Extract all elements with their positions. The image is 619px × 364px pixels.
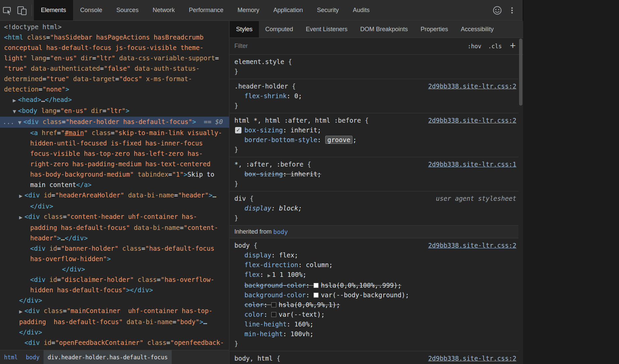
- breadcrumb-item[interactable]: html: [0, 350, 22, 364]
- shorthand-expand-icon[interactable]: ▶: [268, 273, 271, 278]
- tree-arrow-icon[interactable]: ▶: [19, 306, 24, 317]
- dom-tree-row[interactable]: ▶<div class="mainContainer uhf-container…: [0, 306, 229, 317]
- inherited-node-link[interactable]: body: [273, 227, 288, 237]
- rule-selector[interactable]: element.style {: [234, 57, 516, 67]
- inspect-icon[interactable]: [0, 0, 15, 20]
- sidebar-tab-computed[interactable]: Computed: [259, 21, 299, 38]
- css-property[interactable]: background-color: var(--body-background)…: [234, 290, 516, 300]
- open-brace: {: [303, 161, 311, 168]
- sidebar-tab-styles[interactable]: Styles: [230, 21, 259, 38]
- dom-tree-row[interactable]: <a href="#main" class="skip-to-main-link…: [0, 128, 229, 138]
- tab-application[interactable]: Application: [266, 0, 310, 20]
- tab-performance[interactable]: Performance: [182, 0, 230, 20]
- rule-selector[interactable]: *, :after, :before {: [234, 160, 424, 169]
- dom-tree-row[interactable]: ▼<body lang="en-us" dir="ltr">: [0, 106, 229, 117]
- rule-selector[interactable]: div {: [234, 194, 432, 203]
- dom-tree-row[interactable]: </div>: [0, 264, 229, 275]
- tree-arrow-icon[interactable]: ▼: [18, 117, 23, 128]
- syntax-token: dir: [81, 54, 92, 62]
- tab-sources[interactable]: Sources: [109, 0, 146, 20]
- css-property[interactable]: display: flex;: [234, 250, 516, 260]
- semicolon: ;: [329, 261, 333, 268]
- css-property[interactable]: flex-direction: column;: [234, 260, 516, 270]
- sidebar-tab-dom-breakpoints[interactable]: DOM Breakpoints: [354, 21, 414, 38]
- dom-tree-row[interactable]: </div>: [0, 327, 229, 338]
- dom-tree-row[interactable]: light" lang="en-us" dir="ltr" data-css-v…: [0, 53, 229, 63]
- new-style-rule-button[interactable]: +: [505, 41, 517, 52]
- dom-tree-row[interactable]: focus-visible has-top-zero has-left-zero…: [0, 148, 229, 159]
- feedback-smiley-icon[interactable]: [490, 5, 505, 15]
- color-swatch-icon[interactable]: [314, 283, 319, 288]
- dom-tree-row[interactable]: ▶<head>…</head>: [0, 95, 229, 106]
- color-swatch-icon[interactable]: [314, 293, 319, 298]
- styles-filter-input[interactable]: [234, 43, 464, 50]
- tab-network[interactable]: Network: [146, 0, 182, 20]
- tab-console[interactable]: Console: [73, 0, 109, 20]
- rule-selector[interactable]: .header-holder {: [234, 81, 424, 91]
- css-property[interactable]: ✓box-sizing: inherit;: [234, 125, 516, 135]
- rule-selector[interactable]: body {: [234, 241, 424, 250]
- property-checkbox[interactable]: ✓: [235, 127, 241, 133]
- toggle-element-state-button[interactable]: :hov: [464, 43, 485, 50]
- dom-tree-row[interactable]: padding has-default-focus" data-bi-name=…: [0, 223, 229, 233]
- styles-scrollbar-thumb[interactable]: [519, 39, 522, 106]
- dom-tree-row[interactable]: <!doctype html>: [0, 22, 229, 32]
- sidebar-tab-event-listeners[interactable]: Event Listeners: [299, 21, 354, 38]
- dom-tree-row[interactable]: has-overflow-hidden">: [0, 254, 229, 264]
- dom-tree-row[interactable]: header">…</div>: [0, 233, 229, 243]
- more-menu-icon[interactable]: [505, 5, 519, 15]
- css-property[interactable]: min-height: 100vh;: [234, 329, 516, 339]
- dom-tree-row[interactable]: right-zero has-padding-medium has-text-c…: [0, 159, 229, 169]
- tree-arrow-icon[interactable]: ▶: [19, 212, 24, 223]
- dom-tree-row[interactable]: <div id="banner-holder" class="has-defau…: [0, 243, 229, 254]
- dom-tree-row[interactable]: ▶<div id="headerAreaHolder" data-bi-name…: [0, 190, 229, 201]
- tree-arrow-icon[interactable]: ▶: [13, 95, 18, 106]
- tab-elements[interactable]: Elements: [34, 0, 73, 20]
- rule-selector[interactable]: body, html {: [234, 354, 424, 363]
- css-property[interactable]: flex: ▶1 1 100%;: [234, 270, 516, 281]
- stylesheet-link[interactable]: 2d9bb338.site-ltr.css:2: [428, 116, 516, 125]
- dom-tree-row[interactable]: main content</a>: [0, 180, 229, 190]
- breadcrumb-item[interactable]: div.header-holder.has-default-focus: [44, 350, 172, 364]
- css-property[interactable]: box-sizing: inherit;: [234, 169, 516, 179]
- css-property[interactable]: display: block;: [234, 203, 516, 213]
- dom-tree-row[interactable]: </div>: [0, 201, 229, 211]
- dom-tree-row[interactable]: <html class="hasSidebar hasPageActions h…: [0, 32, 229, 43]
- stylesheet-link[interactable]: 2d9bb338.site-ltr.css:1: [428, 160, 516, 169]
- device-toolbar-icon[interactable]: [15, 0, 30, 20]
- dom-tree-row[interactable]: </div>: [0, 295, 229, 306]
- color-swatch-icon[interactable]: [271, 312, 276, 317]
- dom-tree-row[interactable]: determined="true" data-target="docs" x-m…: [0, 74, 229, 84]
- color-swatch-icon[interactable]: [271, 302, 276, 307]
- dom-tree-row[interactable]: padding has-default-focus" data-bi-name=…: [0, 317, 229, 327]
- tree-arrow-icon[interactable]: ▼: [13, 106, 18, 117]
- css-property[interactable]: border-bottom-style: groove;: [234, 135, 516, 145]
- css-property[interactable]: flex-shrink: 0;: [234, 91, 516, 101]
- dom-tree-row[interactable]: <div id="openFeedbackContainer" class="o…: [0, 338, 229, 348]
- css-property[interactable]: color: hsla(0,0%,9%,1);: [234, 300, 516, 310]
- dom-tree-row[interactable]: ... ▼<div class="header-holder has-defau…: [0, 117, 229, 128]
- tab-memory[interactable]: Memory: [230, 0, 266, 20]
- dom-tree-row[interactable]: "true" data-authenticated="false" data-a…: [0, 63, 229, 74]
- dom-tree-row[interactable]: hidden-until-focused is-fixed has-inner-…: [0, 138, 229, 148]
- css-property[interactable]: line-height: 160%;: [234, 319, 516, 329]
- stylesheet-link[interactable]: 2d9bb338.site-ltr.css:2: [428, 354, 516, 363]
- css-property[interactable]: color: var(--text);: [234, 310, 516, 319]
- element-classes-button[interactable]: .cls: [485, 43, 505, 50]
- css-property[interactable]: background-color: hsla(0,0%,100%,.999);: [234, 281, 516, 290]
- sidebar-tab-properties[interactable]: Properties: [414, 21, 454, 38]
- tree-arrow-icon[interactable]: ▶: [19, 191, 24, 201]
- stylesheet-link[interactable]: 2d9bb338.site-ltr.css:2: [428, 241, 516, 250]
- dom-tree-row[interactable]: conceptual has-default-focus js-focus-vi…: [0, 43, 229, 53]
- sidebar-tab-accessibility[interactable]: Accessibility: [454, 21, 500, 38]
- breadcrumb-item[interactable]: body: [22, 350, 44, 364]
- dom-tree-row[interactable]: hidden has-default-focus"></div>: [0, 285, 229, 295]
- stylesheet-link[interactable]: 2d9bb338.site-ltr.css:2: [428, 81, 516, 91]
- tab-audits[interactable]: Audits: [346, 0, 377, 20]
- dom-tree-row[interactable]: has-body-background-medium" tabindex="1"…: [0, 169, 229, 180]
- dom-tree-row[interactable]: detection="none">: [0, 84, 229, 95]
- dom-tree-row[interactable]: <div id="disclaimer-holder" class="has-o…: [0, 275, 229, 285]
- rule-selector[interactable]: html *, html :after, html :before {: [234, 116, 424, 125]
- dom-tree-row[interactable]: ▶<div class="content-header uhf-containe…: [0, 211, 229, 223]
- tab-security[interactable]: Security: [310, 0, 346, 20]
